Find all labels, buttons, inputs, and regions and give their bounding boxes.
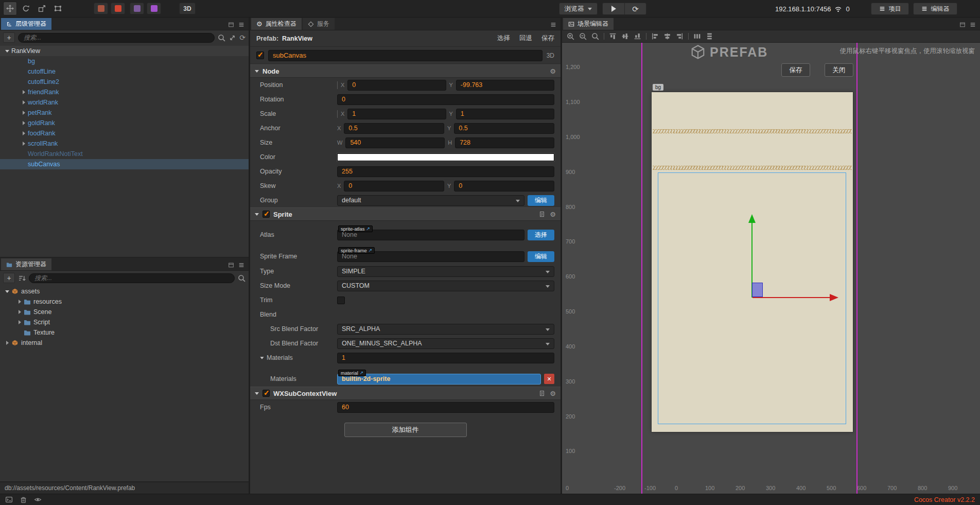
expand-icon[interactable] — [23, 121, 25, 125]
expand-icon[interactable] — [19, 300, 21, 304]
hierarchy-node-cutoffline2[interactable]: cutoffLine2 — [0, 77, 249, 87]
move-tool-button[interactable] — [3, 2, 17, 15]
tab-inspector[interactable]: ⚙ 属性检查器 — [251, 18, 302, 30]
size-h-field[interactable]: 728 — [455, 137, 554, 148]
node-name-input[interactable]: subCanvas — [268, 50, 542, 61]
trim-checkbox[interactable] — [337, 297, 345, 304]
hierarchy-node-foodrank[interactable]: foodRank — [0, 128, 249, 138]
material-field[interactable]: builtin-2d-sprite — [337, 374, 541, 385]
add-component-button[interactable]: 添加组件 — [344, 423, 467, 437]
wx-settings-icon[interactable]: ⚙ — [550, 390, 556, 397]
sprite-section-header[interactable]: Sprite ⚙ — [250, 207, 561, 221]
distribute-vertical-icon[interactable] — [706, 32, 713, 40]
drag-handle[interactable] — [337, 110, 338, 118]
align-top-icon[interactable] — [609, 32, 617, 40]
hierarchy-node-petrank[interactable]: petRank — [0, 108, 249, 118]
tab-assets[interactable]: 资源管理器 — [1, 258, 51, 270]
collapse-icon[interactable] — [255, 70, 259, 73]
align-middle-icon[interactable] — [621, 32, 629, 40]
tab-services[interactable]: 服务 — [303, 18, 335, 30]
create-node-button[interactable]: + — [3, 32, 15, 43]
remove-material-button[interactable]: ✕ — [544, 374, 554, 384]
prefab-save-scene-button[interactable]: 保存 — [781, 63, 810, 77]
panel-menu-icon[interactable] — [238, 22, 244, 28]
position-x-field[interactable]: 0 — [347, 80, 446, 91]
scene-viewport[interactable]: 1,200 1,100 1,000 900 800 700 600 500 40… — [562, 43, 980, 494]
project-button[interactable]: 项目 — [871, 3, 909, 15]
create-asset-button[interactable]: + — [3, 273, 15, 283]
panel-menu-icon[interactable] — [550, 22, 556, 28]
zoom-out-icon[interactable] — [579, 32, 587, 40]
asset-folder-script[interactable]: Script — [0, 317, 249, 327]
drag-handle[interactable] — [337, 81, 338, 89]
refresh-hierarchy-icon[interactable]: ⟳ — [239, 34, 246, 41]
panel-menu-icon[interactable] — [238, 262, 244, 268]
collapse-icon[interactable] — [5, 50, 9, 53]
trash-icon[interactable] — [20, 496, 27, 503]
play-button[interactable] — [603, 3, 624, 14]
scale-x-field[interactable]: 1 — [347, 109, 446, 119]
dock-icon[interactable] — [228, 22, 234, 28]
expand-icon[interactable] — [19, 320, 21, 324]
editor-button[interactable]: 编辑器 — [913, 3, 957, 15]
dst-blend-select[interactable]: ONE_MINUS_SRC_ALPHA — [337, 338, 554, 349]
expand-icon[interactable] — [23, 111, 25, 115]
refresh-button[interactable]: ⟳ — [624, 3, 646, 14]
hierarchy-node-subcanvas-selected[interactable]: subCanvas — [0, 159, 249, 169]
assets-search-input[interactable] — [29, 273, 235, 283]
distribute-horizontal-icon[interactable] — [693, 32, 701, 40]
prefab-revert-button[interactable]: 回退 — [519, 34, 532, 43]
gizmo-anchor-handle[interactable] — [752, 283, 763, 297]
anchor-y-field[interactable]: 0.5 — [454, 123, 554, 134]
node-active-checkbox[interactable] — [256, 51, 264, 59]
prefab-close-button[interactable]: 关闭 — [825, 63, 853, 77]
tab-scene-editor[interactable]: 场景编辑器 — [563, 18, 614, 30]
gizmo-x-axis[interactable] — [752, 297, 831, 298]
hierarchy-node-rankview[interactable]: RankView — [0, 46, 249, 56]
prefab-save-button[interactable]: 保存 — [541, 34, 554, 43]
wx-enabled-checkbox[interactable] — [262, 390, 270, 397]
asset-folder-assets[interactable]: assets — [0, 286, 249, 297]
dock-icon[interactable] — [959, 22, 966, 28]
plugin-button-1[interactable] — [94, 3, 108, 14]
expand-all-icon[interactable] — [229, 34, 236, 42]
search-icon[interactable] — [238, 274, 246, 282]
hierarchy-node-scrollrank[interactable]: scrollRank — [0, 138, 249, 149]
asset-folder-internal[interactable]: internal — [0, 338, 249, 348]
atlas-select-button[interactable]: 选择 — [528, 230, 554, 240]
hierarchy-node-friendrank[interactable]: friendRank — [0, 87, 249, 97]
panel-menu-icon[interactable] — [970, 22, 976, 28]
plugin-button-4[interactable] — [147, 3, 161, 14]
scale-tool-button[interactable] — [35, 2, 49, 15]
preview-target-dropdown[interactable]: 浏览器 — [559, 3, 598, 15]
hierarchy-node-worldranknotitext[interactable]: WorldRankNotiText — [0, 149, 249, 159]
sprite-frame-edit-button[interactable]: 编辑 — [528, 251, 554, 262]
sprite-settings-icon[interactable]: ⚙ — [550, 211, 556, 218]
expand-icon[interactable] — [23, 100, 25, 105]
hierarchy-node-cutoffline[interactable]: cutoffLine — [0, 66, 249, 77]
plugin-button-2[interactable] — [111, 3, 125, 14]
rotation-field[interactable]: 0 — [337, 94, 554, 105]
sprite-enabled-checkbox[interactable] — [262, 211, 270, 218]
expand-icon[interactable] — [6, 341, 9, 345]
console-icon[interactable] — [5, 496, 13, 503]
node-settings-icon[interactable]: ⚙ — [550, 68, 556, 75]
position-y-field[interactable]: -99.763 — [456, 80, 554, 91]
help-doc-icon[interactable] — [539, 390, 545, 396]
sprite-type-select[interactable]: SIMPLE — [337, 266, 554, 277]
help-doc-icon[interactable] — [539, 211, 545, 217]
group-select[interactable]: default — [337, 195, 524, 206]
subcanvas-selection-outline[interactable] — [658, 172, 846, 424]
gizmo-x-arrow-icon[interactable] — [830, 294, 838, 301]
materials-count-field[interactable]: 1 — [337, 353, 554, 363]
collapse-icon[interactable] — [255, 213, 259, 216]
expand-icon[interactable] — [23, 90, 25, 94]
group-edit-button[interactable]: 编辑 — [528, 195, 554, 206]
rect-tool-button[interactable] — [51, 2, 65, 15]
scale-y-field[interactable]: 1 — [456, 109, 554, 119]
expand-icon[interactable] — [23, 131, 25, 135]
size-mode-select[interactable]: CUSTOM — [337, 281, 554, 291]
align-right-icon[interactable] — [676, 32, 684, 40]
link-icon[interactable]: ↗ — [366, 227, 370, 231]
asset-folder-scene[interactable]: Scene — [0, 307, 249, 317]
